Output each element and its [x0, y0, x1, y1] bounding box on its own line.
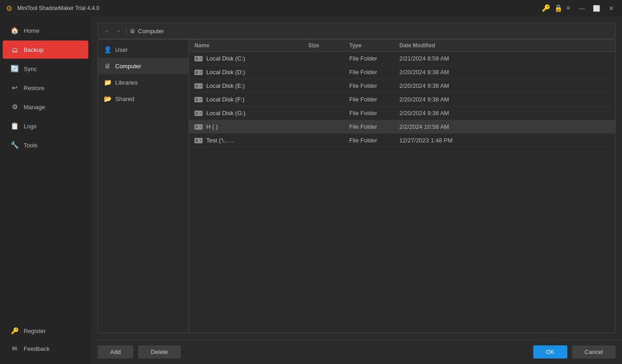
ok-button[interactable]: OK [533, 345, 567, 359]
forward-button[interactable]: → [112, 25, 123, 36]
sidebar-item-tools[interactable]: 🔧 Tools [3, 136, 88, 154]
add-button[interactable]: Add [97, 345, 133, 359]
lock-icon[interactable]: 🔒 [554, 4, 563, 12]
libraries-tree-icon: 📁 [103, 78, 112, 86]
main-layout: 🏠 Home 🗂 Backup 🔄 Sync ↩ Restore ⚙ Manag… [0, 16, 622, 364]
file-panel: Name Size Type Date Modified Local Disk … [189, 40, 615, 333]
file-header: Name Size Type Date Modified [189, 40, 615, 52]
tools-icon: 🔧 [10, 141, 19, 150]
file-row-d[interactable]: Local Disk (D:) File Folder 2/20/2024 9:… [189, 66, 615, 79]
computer-tree-icon: 🖥 [103, 62, 112, 70]
browse-panel: 👤 User 🖥 Computer 📁 Libraries 📂 Shared [97, 39, 616, 333]
sidebar-label-sync: Sync [24, 66, 37, 72]
file-type-f: File Folder [349, 96, 399, 103]
file-row-g[interactable]: Local Disk (G:) File Folder 2/20/2024 9:… [189, 106, 615, 120]
file-type-test: File Folder [349, 137, 399, 144]
cancel-button[interactable]: Cancel [572, 345, 616, 359]
file-date-f: 2/20/2024 9:38 AM [399, 96, 610, 103]
col-header-type: Type [349, 42, 399, 49]
file-name-e: Local Disk (E:) [206, 82, 245, 89]
breadcrumb-text: Computer [138, 28, 164, 35]
tree-panel: 👤 User 🖥 Computer 📁 Libraries 📂 Shared [98, 40, 189, 333]
file-row-e[interactable]: Local Disk (E:) File Folder 2/20/2024 9:… [189, 79, 615, 93]
sidebar-label-backup: Backup [24, 46, 43, 53]
tree-label-libraries: Libraries [115, 79, 138, 86]
col-header-size: Size [308, 42, 349, 49]
file-date-e: 2/20/2024 9:38 AM [399, 82, 610, 89]
sidebar-item-home[interactable]: 🏠 Home [3, 21, 88, 40]
file-date-d: 2/20/2024 9:38 AM [399, 69, 610, 76]
disk-icon-h [194, 124, 203, 130]
restore-button[interactable]: ⬜ [590, 2, 603, 15]
nav-separator [126, 27, 127, 35]
file-name-d: Local Disk (D:) [206, 69, 245, 76]
file-name-g: Local Disk (G:) [206, 110, 245, 116]
col-header-name: Name [194, 42, 308, 49]
file-date-c: 2/21/2024 8:59 AM [399, 55, 610, 62]
content-area: ← → 🖥 Computer 👤 User 🖥 Computer [91, 16, 622, 364]
sidebar-label-logs: Logs [24, 123, 36, 130]
sidebar-bottom: 🔑 Register ✉ Feedback [0, 322, 91, 364]
register-icon: 🔑 [10, 326, 19, 335]
file-name-h: H ( ) [206, 123, 218, 130]
restore-icon: ↩ [10, 83, 19, 92]
sidebar-item-feedback[interactable]: ✉ Feedback [3, 340, 88, 357]
logs-icon: 📋 [10, 121, 19, 131]
tree-label-shared: Shared [115, 96, 134, 102]
tree-item-libraries[interactable]: 📁 Libraries [98, 74, 189, 91]
file-date-h: 2/2/2024 10:58 AM [399, 123, 610, 130]
manage-icon: ⚙ [10, 102, 19, 111]
file-date-g: 2/20/2024 9:38 AM [399, 110, 610, 116]
file-type-e: File Folder [349, 82, 399, 89]
titlebar: ⚙ MiniTool ShadowMaker Trial 4.4.0 🔑 🔒 ≡… [0, 0, 622, 16]
user-tree-icon: 👤 [103, 46, 112, 54]
disk-icon-e [194, 83, 203, 89]
tree-label-computer: Computer [115, 63, 141, 70]
disk-icon-c [194, 56, 203, 61]
sidebar-label-register: Register [24, 328, 46, 334]
shared-tree-icon: 📂 [103, 95, 112, 103]
tree-item-user[interactable]: 👤 User [98, 41, 189, 58]
file-row-c[interactable]: Local Disk (C:) File Folder 2/21/2024 8:… [189, 52, 615, 66]
backup-icon: 🗂 [10, 45, 19, 54]
file-row-h[interactable]: H ( ) File Folder 2/2/2024 10:58 AM [189, 120, 615, 134]
sidebar-item-manage[interactable]: ⚙ Manage [3, 98, 88, 116]
tree-item-shared[interactable]: 📂 Shared [98, 91, 189, 107]
bottom-bar: Add Delete OK Cancel [91, 339, 622, 364]
sidebar-label-restore: Restore [24, 85, 45, 91]
home-icon: 🏠 [10, 26, 19, 35]
sidebar-item-sync[interactable]: 🔄 Sync [3, 60, 88, 78]
feedback-icon: ✉ [10, 344, 19, 353]
delete-button[interactable]: Delete [138, 345, 181, 359]
sidebar-item-register[interactable]: 🔑 Register [3, 322, 88, 339]
key-icon[interactable]: 🔑 [542, 4, 551, 12]
back-button[interactable]: ← [102, 25, 112, 36]
menu-icon[interactable]: ≡ [566, 4, 570, 12]
sidebar-item-backup[interactable]: 🗂 Backup [3, 40, 88, 59]
sidebar-label-manage: Manage [24, 104, 45, 111]
sidebar-label-home: Home [24, 27, 40, 34]
file-list: Local Disk (C:) File Folder 2/21/2024 8:… [189, 52, 615, 333]
file-type-h: File Folder [349, 123, 399, 130]
app-title: MiniTool ShadowMaker Trial 4.4.0 [17, 5, 542, 11]
sidebar-item-restore[interactable]: ↩ Restore [3, 79, 88, 97]
file-row-test[interactable]: Test ('\... .. File Folder 12/27/2023 1:… [189, 134, 615, 147]
sidebar-label-tools: Tools [24, 142, 37, 149]
disk-icon-f [194, 97, 203, 102]
file-name-c: Local Disk (C:) [206, 55, 245, 62]
disk-icon-test [194, 138, 203, 143]
file-row-f[interactable]: Local Disk (F:) File Folder 2/20/2024 9:… [189, 93, 615, 106]
sidebar-item-logs[interactable]: 📋 Logs [3, 117, 88, 135]
tree-item-computer[interactable]: 🖥 Computer [98, 58, 189, 74]
nav-bar: ← → 🖥 Computer [97, 23, 616, 39]
file-type-g: File Folder [349, 110, 399, 116]
sidebar-label-feedback: Feedback [24, 345, 50, 352]
computer-breadcrumb-icon: 🖥 [129, 28, 135, 35]
sidebar: 🏠 Home 🗂 Backup 🔄 Sync ↩ Restore ⚙ Manag… [0, 16, 91, 364]
sync-icon: 🔄 [10, 64, 19, 73]
col-header-date: Date Modified [399, 42, 610, 49]
file-date-test: 12/27/2023 1:48 PM [399, 137, 610, 144]
minimize-button[interactable]: — [576, 2, 588, 15]
close-button[interactable]: ✕ [605, 2, 617, 15]
disk-icon-g [194, 111, 203, 116]
